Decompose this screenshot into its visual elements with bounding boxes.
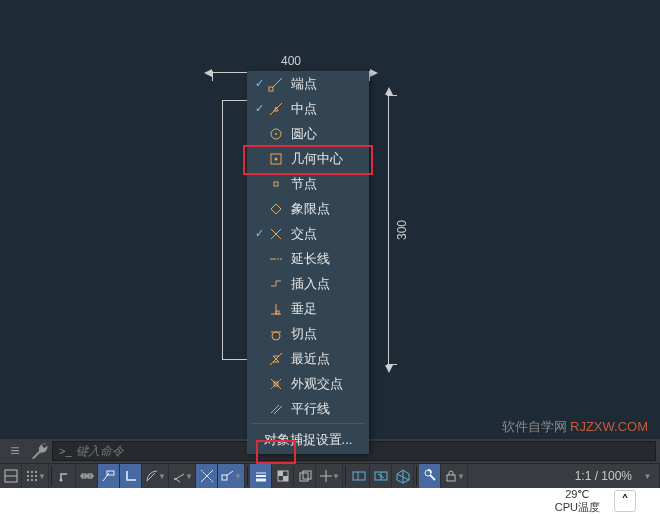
ortho-btn[interactable] <box>120 464 142 488</box>
svg-rect-14 <box>276 311 279 314</box>
intersection-icon <box>267 225 285 243</box>
svg-point-5 <box>275 133 277 135</box>
snap-mode-btn[interactable] <box>54 464 76 488</box>
osnap-perpendicular[interactable]: 垂足 <box>247 296 369 321</box>
apparent-icon <box>267 375 285 393</box>
prompt-icon: >_ <box>59 445 72 457</box>
dimension-vertical: 300 <box>388 95 389 365</box>
svg-point-28 <box>35 471 37 473</box>
osnap-geocenter[interactable]: 几何中心 <box>247 146 369 171</box>
svg-rect-55 <box>303 471 311 479</box>
osnap-center[interactable]: 圆心 <box>247 121 369 146</box>
workspace-btn[interactable] <box>348 464 370 488</box>
svg-point-33 <box>31 479 33 481</box>
polar-btn[interactable]: ▼ <box>142 464 169 488</box>
osnap-settings[interactable]: 对象捕捉设置... <box>247 426 369 454</box>
selection-cycle-btn[interactable] <box>294 464 316 488</box>
lockui-btn[interactable]: ▼ <box>441 464 468 488</box>
svg-marker-9 <box>271 204 281 214</box>
status-bar: ▼ ▼ ▼ ▼ ▼ ▼ 1:1 / 100% ▼ <box>0 464 660 488</box>
osnap-apparent[interactable]: 外观交点 <box>247 371 369 396</box>
svg-point-31 <box>35 475 37 477</box>
svg-point-29 <box>27 475 29 477</box>
geocenter-icon <box>267 150 285 168</box>
osnap-track-btn[interactable] <box>196 464 218 488</box>
svg-line-23 <box>274 406 282 414</box>
svg-point-7 <box>275 157 278 160</box>
history-icon[interactable]: ≡ <box>4 440 26 462</box>
osnap-midpoint[interactable]: ✓ 中点 <box>247 96 369 121</box>
osnap-parallel[interactable]: 平行线 <box>247 396 369 421</box>
svg-rect-53 <box>283 476 288 481</box>
tangent-icon <box>267 325 285 343</box>
quadrant-icon <box>267 200 285 218</box>
svg-point-32 <box>27 479 29 481</box>
tray-up-icon[interactable]: ˄ <box>614 490 636 512</box>
svg-marker-18 <box>273 356 279 362</box>
svg-line-22 <box>271 405 279 413</box>
svg-line-65 <box>430 475 435 480</box>
annomon-btn[interactable] <box>370 464 392 488</box>
osnap-2d-btn[interactable]: ▼ <box>218 464 245 488</box>
svg-line-44 <box>201 470 213 482</box>
svg-line-39 <box>103 473 109 481</box>
model-space-btn[interactable] <box>0 464 22 488</box>
dynamic-input-btn[interactable] <box>98 464 120 488</box>
isodraft-btn[interactable]: ▼ <box>169 464 196 488</box>
osnap-insertion[interactable]: 插入点 <box>247 271 369 296</box>
svg-point-27 <box>31 471 33 473</box>
svg-rect-8 <box>274 182 278 186</box>
watermark: 软件自学网RJZXW.COM <box>502 418 648 436</box>
wrench-icon[interactable] <box>28 440 50 462</box>
osnap-context-menu[interactable]: ✓ 端点 ✓ 中点 圆心 几何中心 节点 象限点 ✓ 交点 延长线 <box>247 71 369 454</box>
osnap-extension[interactable]: 延长线 <box>247 246 369 271</box>
insertion-icon <box>267 275 285 293</box>
zoom-display[interactable]: 1:1 / 100% <box>569 469 638 483</box>
endpoint-icon <box>267 75 285 93</box>
svg-point-26 <box>27 471 29 473</box>
system-tray: 29℃ CPU温度 ˄ <box>0 488 660 514</box>
svg-rect-54 <box>300 473 308 481</box>
nearest-icon <box>267 350 285 368</box>
cpu-temp-widget[interactable]: 29℃ CPU温度 <box>555 488 600 514</box>
center-icon <box>267 125 285 143</box>
svg-line-1 <box>273 78 282 87</box>
svg-point-34 <box>35 479 37 481</box>
lineweight-btn[interactable] <box>250 464 272 488</box>
dimension-value: 400 <box>281 54 301 68</box>
perpendicular-icon <box>267 300 285 318</box>
check-icon: ✓ <box>253 102 265 115</box>
quickprops-btn[interactable] <box>419 464 441 488</box>
svg-rect-66 <box>447 475 455 481</box>
dimension-value: 300 <box>395 220 409 240</box>
extension-icon <box>267 250 285 268</box>
svg-point-15 <box>272 332 280 340</box>
units-btn[interactable] <box>392 464 414 488</box>
node-icon <box>267 175 285 193</box>
osnap-nearest[interactable]: 最近点 <box>247 346 369 371</box>
infer-btn[interactable] <box>76 464 98 488</box>
annotation-btn[interactable]: ▼ <box>316 464 343 488</box>
osnap-node[interactable]: 节点 <box>247 171 369 196</box>
transparency-btn[interactable] <box>272 464 294 488</box>
osnap-tangent[interactable]: 切点 <box>247 321 369 346</box>
svg-rect-0 <box>269 87 273 91</box>
parallel-icon <box>267 400 285 418</box>
svg-line-2 <box>270 103 282 115</box>
svg-rect-58 <box>353 472 365 480</box>
svg-point-30 <box>31 475 33 477</box>
midpoint-icon <box>267 100 285 118</box>
check-icon: ✓ <box>253 77 265 90</box>
zoom-dropdown[interactable]: ▼ <box>638 464 660 488</box>
osnap-endpoint[interactable]: ✓ 端点 <box>247 71 369 96</box>
svg-line-47 <box>226 471 233 476</box>
osnap-quadrant[interactable]: 象限点 <box>247 196 369 221</box>
svg-point-35 <box>59 479 62 482</box>
check-icon: ✓ <box>253 227 265 240</box>
osnap-intersection[interactable]: ✓ 交点 <box>247 221 369 246</box>
svg-rect-52 <box>278 471 283 476</box>
grid-btn[interactable]: ▼ <box>22 464 49 488</box>
